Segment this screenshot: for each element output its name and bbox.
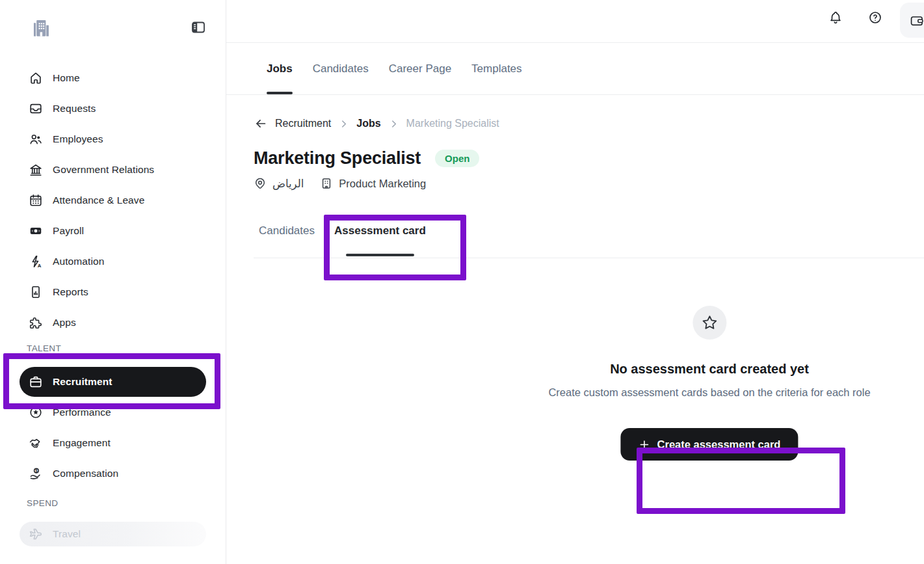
location-pin-icon	[254, 177, 267, 190]
tab-label: Career Page	[389, 62, 451, 75]
sidebar-item-label: Travel	[53, 528, 81, 540]
content: Recruitment Jobs Marketing Specialist Ma…	[226, 114, 924, 258]
breadcrumb-current: Marketing Specialist	[406, 118, 499, 129]
briefcase-icon	[29, 375, 43, 389]
sidebar-section-talent: TALENT	[0, 342, 226, 355]
job-department: Product Marketing	[339, 178, 426, 190]
wallet-icon	[910, 14, 924, 28]
sidebar-item-label: Reports	[53, 286, 88, 298]
primary-tabs: Jobs Candidates Career Page Templates	[226, 43, 924, 95]
tab-job-candidates[interactable]: Candidates	[259, 217, 315, 258]
sidebar-item-label: Engagement	[53, 437, 111, 449]
sidebar-item-label: Requests	[53, 103, 96, 114]
sidebar-item-home[interactable]: Home	[0, 62, 226, 93]
breadcrumb: Recruitment Jobs Marketing Specialist	[254, 114, 924, 133]
puzzle-icon	[29, 316, 43, 330]
sidebar-item-label: Recruitment	[53, 376, 112, 388]
page-title: Marketing Specialist	[254, 148, 421, 168]
tab-jobs[interactable]: Jobs	[267, 43, 293, 94]
sidebar-item-label: Employees	[53, 133, 103, 145]
tab-candidates[interactable]: Candidates	[313, 43, 369, 94]
back-arrow-icon[interactable]	[254, 116, 268, 131]
topbar	[226, 0, 924, 43]
bank-icon	[29, 163, 43, 177]
svg-text:A: A	[38, 262, 42, 268]
breadcrumb-recruitment[interactable]: Recruitment	[275, 118, 331, 129]
sidebar-collapse-icon[interactable]	[191, 20, 206, 35]
handshake-icon	[29, 436, 43, 450]
sidebar-item-label: Compensation	[53, 468, 118, 479]
wallet-button[interactable]	[900, 3, 924, 38]
sidebar-item-label: Government Relations	[53, 164, 154, 176]
tab-label: Assessment card	[334, 224, 426, 258]
sidebar-nav: Home Requests Employees Government Relat…	[0, 62, 226, 546]
tab-assessment-card[interactable]: Assessment card	[334, 217, 426, 258]
sidebar-item-engagement[interactable]: Engagement	[0, 427, 226, 458]
sidebar-item-apps[interactable]: Apps	[0, 307, 226, 338]
plus-icon	[639, 438, 651, 451]
tab-label: Jobs	[267, 62, 293, 75]
job-meta-row: الرياض Product Marketing	[254, 175, 924, 192]
active-tab-underline	[267, 92, 293, 95]
bolt-icon: A	[29, 254, 43, 269]
active-tab-underline	[346, 254, 414, 257]
bell-icon[interactable]	[828, 10, 843, 25]
sidebar-item-label: Apps	[53, 317, 76, 329]
sidebar-item-requests[interactable]: Requests	[0, 93, 226, 124]
sidebar-item-label: Home	[53, 72, 80, 84]
button-label: Create assessment card	[657, 438, 781, 451]
app-window: Home Requests Employees Government Relat…	[0, 0, 924, 564]
sidebar-item-payroll[interactable]: Payroll	[0, 215, 226, 246]
sidebar-item-government-relations[interactable]: Government Relations	[0, 154, 226, 185]
sidebar-section-spend: SPEND	[0, 496, 226, 509]
empty-state-description: Create custom assessment cards based on …	[548, 386, 870, 399]
sidebar-item-label: Automation	[53, 256, 104, 267]
home-icon	[29, 71, 43, 85]
tab-label: Templates	[471, 62, 521, 75]
sidebar-item-recruitment[interactable]: Recruitment	[20, 367, 206, 397]
chevron-right-icon	[388, 118, 399, 129]
empty-state-title: No assessment card created yet	[610, 362, 809, 377]
sidebar-item-label: Attendance & Leave	[53, 195, 144, 206]
sidebar-item-travel: Travel	[20, 522, 206, 546]
create-assessment-card-button[interactable]: Create assessment card	[621, 428, 799, 461]
sidebar-item-employees[interactable]: Employees	[0, 124, 226, 154]
plane-icon	[29, 527, 43, 541]
tab-career-page[interactable]: Career Page	[389, 43, 451, 94]
help-icon[interactable]	[868, 10, 882, 25]
sidebar-item-label: Payroll	[53, 225, 84, 237]
cash-icon	[29, 224, 43, 238]
job-location: الرياض	[272, 178, 304, 190]
content-body: No assessment card created yet Create cu…	[226, 258, 924, 562]
svg-text:$: $	[35, 468, 38, 473]
sidebar-item-automation[interactable]: A Automation	[0, 246, 226, 276]
tab-label: Candidates	[259, 224, 315, 258]
report-file-icon	[29, 285, 43, 299]
job-title-row: Marketing Specialist Open	[254, 148, 924, 168]
empty-state: No assessment card created yet Create cu…	[548, 306, 870, 461]
sidebar: Home Requests Employees Government Relat…	[0, 0, 226, 564]
hand-coin-icon: $	[29, 466, 43, 481]
main-area: Jobs Candidates Career Page Templates Re…	[226, 0, 924, 564]
sidebar-item-label: Performance	[53, 407, 111, 418]
secondary-tabs: Candidates Assessment card	[254, 217, 924, 258]
building-icon	[320, 177, 333, 190]
chevron-right-icon	[338, 118, 349, 129]
sidebar-item-performance[interactable]: Performance	[0, 397, 226, 427]
calendar-icon	[29, 193, 43, 208]
breadcrumb-jobs[interactable]: Jobs	[356, 118, 380, 129]
sidebar-header	[0, 0, 226, 62]
inbox-icon	[29, 101, 43, 116]
sidebar-item-attendance-leave[interactable]: Attendance & Leave	[0, 185, 226, 215]
tab-label: Candidates	[313, 62, 369, 75]
star-icon	[693, 306, 726, 340]
status-badge: Open	[435, 150, 479, 167]
company-logo-icon	[30, 17, 52, 39]
medal-icon	[29, 405, 43, 420]
sidebar-item-reports[interactable]: Reports	[0, 276, 226, 307]
tab-templates[interactable]: Templates	[471, 43, 521, 94]
users-icon	[29, 132, 43, 146]
sidebar-item-compensation[interactable]: $ Compensation	[0, 458, 226, 489]
